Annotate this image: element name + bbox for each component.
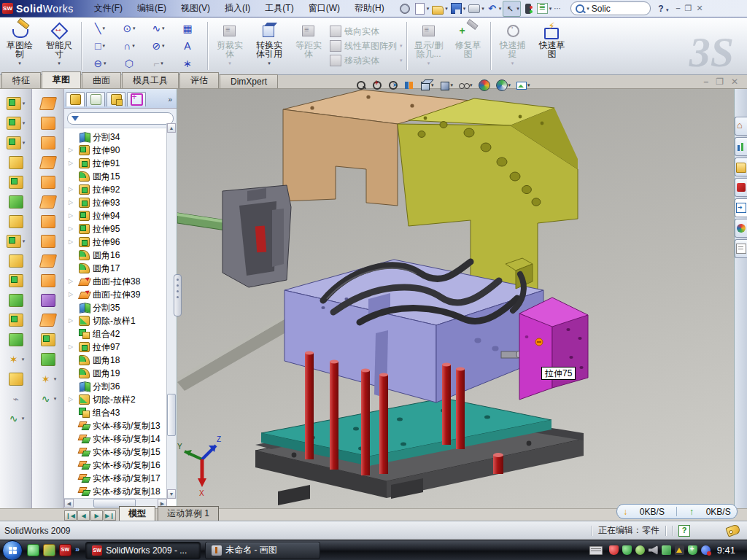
- features-toolbar-button[interactable]: [9, 311, 23, 329]
- surfaces-toolbar-button[interactable]: [41, 351, 55, 368]
- tray-icon[interactable]: [635, 545, 645, 555]
- surfaces-toolbar-button[interactable]: [41, 272, 55, 289]
- doc-close-button[interactable]: ✕: [731, 77, 738, 87]
- feature-tree-item[interactable]: ▷ 拉伸90: [67, 144, 177, 157]
- surfaces-toolbar-button[interactable]: [41, 311, 55, 329]
- features-toolbar-button[interactable]: [9, 272, 23, 289]
- feature-tree-item[interactable]: ▷ 曲面-拉伸39: [67, 288, 177, 301]
- network-speed-widget[interactable]: ↓ 0KB/S ↑ 0KB/S: [616, 504, 738, 519]
- expand-arrow-icon[interactable]: ▷: [69, 160, 73, 166]
- sketch-entity-button[interactable]: ∗: [173, 55, 202, 72]
- surfaces-toolbar-button[interactable]: [41, 193, 55, 211]
- feature-tree-item[interactable]: ▷ 切除-放样1: [67, 314, 177, 327]
- dropdown-arrow-icon[interactable]: ▾: [508, 82, 511, 88]
- menu-item[interactable]: 插入(I): [217, 0, 258, 17]
- flyout-row-button[interactable]: 移动实体 ▾: [330, 55, 403, 67]
- doc-restore-button[interactable]: ❐: [716, 77, 724, 87]
- quick-toolbar-button[interactable]: ▾: [449, 1, 467, 16]
- quick-snaps-button[interactable]: 快速捕捉 ▾: [493, 19, 533, 73]
- features-toolbar-button[interactable]: ▾: [7, 114, 26, 132]
- features-toolbar-button[interactable]: [9, 193, 23, 211]
- sketch-entity-button[interactable]: ⬡: [115, 55, 144, 72]
- tab-nav-button[interactable]: ▶: [90, 510, 103, 521]
- headsup-button[interactable]: ▾: [515, 79, 532, 92]
- expand-arrow-icon[interactable]: ▷: [69, 317, 73, 324]
- features-toolbar-button[interactable]: ▾: [7, 233, 26, 250]
- menu-item[interactable]: 视图(V): [174, 0, 217, 17]
- feature-tree-item[interactable]: 实体-移动/复制17: [67, 472, 177, 485]
- sketch-entity-button[interactable]: ∩ ▾: [115, 37, 144, 55]
- feature-tree-item[interactable]: 分割34: [67, 131, 177, 144]
- quick-toolbar-button[interactable]: ⋯: [553, 1, 566, 16]
- expand-arrow-icon[interactable]: ▷: [69, 396, 73, 402]
- task-pane-tab[interactable]: [735, 178, 747, 197]
- sketch-entity-button[interactable]: A: [173, 37, 202, 55]
- model-tab[interactable]: 模型: [119, 506, 155, 521]
- expand-arrow-icon[interactable]: ▷: [69, 199, 73, 206]
- feature-manager-tab[interactable]: [86, 92, 105, 106]
- dropdown-arrow-icon[interactable]: ▾: [549, 6, 552, 12]
- features-toolbar-button[interactable]: [9, 154, 23, 171]
- dropdown-arrow-icon[interactable]: ▾: [445, 6, 448, 12]
- surfaces-toolbar-button[interactable]: [41, 174, 55, 191]
- tab-nav-button[interactable]: ▶❙: [104, 510, 116, 521]
- quick-toolbar-button[interactable]: [398, 1, 412, 16]
- command-tab[interactable]: 特征: [1, 72, 41, 88]
- flyout-row-button[interactable]: 线性草图阵列 ▾: [330, 40, 403, 52]
- features-toolbar-button[interactable]: [9, 213, 23, 230]
- dropdown-arrow-icon[interactable]: ▾: [23, 140, 26, 146]
- feature-tree-item[interactable]: ▷ 拉伸94: [67, 209, 177, 222]
- feature-tree-item[interactable]: 实体-移动/复制16: [67, 459, 177, 472]
- restore-button[interactable]: ❐: [685, 4, 692, 13]
- taskbar-clock[interactable]: 9:41: [714, 545, 741, 556]
- tray-icon[interactable]: [662, 545, 671, 555]
- quick-toolbar-button[interactable]: ▾: [413, 1, 430, 16]
- dropdown-arrow-icon[interactable]: ▾: [516, 6, 519, 12]
- feature-tree-item[interactable]: ▷ 拉伸96: [67, 236, 177, 249]
- dropdown-arrow-icon[interactable]: ▾: [463, 6, 466, 12]
- expand-arrow-icon[interactable]: ▷: [69, 278, 73, 284]
- feature-manager-tab[interactable]: [66, 92, 85, 106]
- dropdown-arrow-icon[interactable]: ▾: [18, 59, 21, 68]
- surfaces-toolbar-button[interactable]: [41, 233, 55, 250]
- menu-item[interactable]: 编辑(E): [130, 0, 174, 17]
- sketch-button[interactable]: 草图绘制 ▾: [0, 19, 39, 73]
- expand-arrow-icon[interactable]: ▷: [69, 186, 73, 192]
- status-help-button[interactable]: ?: [678, 525, 690, 537]
- tray-icon[interactable]: [675, 545, 684, 555]
- convert-entities-button[interactable]: 转换实体引用 ▾: [249, 19, 289, 73]
- features-toolbar-button[interactable]: ✶ ▾: [7, 351, 25, 368]
- dropdown-arrow-icon[interactable]: ▾: [162, 43, 165, 49]
- headsup-button[interactable]: [403, 79, 416, 92]
- features-toolbar-button[interactable]: ▾: [7, 134, 26, 152]
- dropdown-arrow-icon[interactable]: ▾: [268, 59, 271, 68]
- tray-icon[interactable]: [649, 545, 658, 555]
- feature-tree-item[interactable]: ▷ 拉伸97: [67, 341, 177, 354]
- model-3d-render[interactable]: Y Z X: [177, 89, 734, 508]
- rapid-sketch-button[interactable]: 快速草图: [533, 19, 572, 73]
- command-tab[interactable]: 模具工具: [122, 72, 179, 88]
- dropdown-arrow-icon[interactable]: ▾: [160, 61, 163, 66]
- doc-minimize-button[interactable]: –: [703, 77, 708, 87]
- feature-tree-item[interactable]: 圆角16: [67, 249, 177, 262]
- smart-dimension-button[interactable]: 智能尺寸 ▾: [39, 19, 79, 73]
- task-pane-tab[interactable]: [735, 137, 747, 156]
- keyboard-layout-icon[interactable]: [589, 546, 603, 555]
- dropdown-arrow-icon[interactable]: ▾: [102, 43, 105, 49]
- tray-icon[interactable]: [622, 545, 632, 555]
- features-toolbar-button[interactable]: [9, 331, 23, 349]
- headsup-button[interactable]: [355, 79, 368, 92]
- menu-item[interactable]: 帮助(H): [347, 0, 392, 17]
- feature-tree-item[interactable]: 分割36: [67, 380, 177, 393]
- task-pane-tab[interactable]: [735, 158, 747, 176]
- surfaces-toolbar-button[interactable]: [41, 134, 55, 152]
- task-pane-tab[interactable]: [735, 117, 747, 136]
- dropdown-arrow-icon[interactable]: ▾: [162, 26, 165, 31]
- scrollbar-thumb[interactable]: [167, 394, 176, 436]
- surfaces-toolbar-button[interactable]: [41, 213, 55, 230]
- search-input[interactable]: Solic: [592, 4, 611, 14]
- feature-tree-item[interactable]: 实体-移动/复制15: [67, 446, 177, 459]
- quick-launch-icon[interactable]: SW: [59, 544, 71, 556]
- tray-icon[interactable]: [688, 545, 697, 555]
- quick-toolbar-button[interactable]: ↶ ▾: [486, 1, 503, 16]
